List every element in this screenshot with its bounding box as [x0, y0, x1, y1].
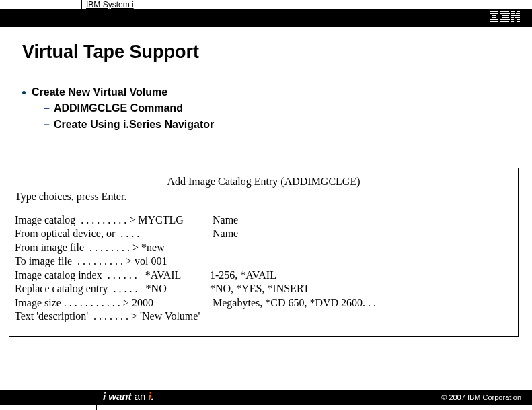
screen-row: From image file . . . . . . . . > *new: [15, 241, 512, 254]
footer-tick: [96, 405, 97, 410]
svg-rect-13: [517, 11, 520, 12]
tag-a: i want: [103, 390, 132, 402]
row-hint: Name: [210, 227, 238, 240]
svg-rect-10: [500, 19, 510, 20]
bullet-sub-2: –Create Using i.Series Navigator: [44, 118, 532, 131]
screen-rows: Image catalog . . . . . . . . . > MYCTLG…: [15, 213, 512, 324]
dash-icon: –: [44, 118, 50, 130]
row-label: To image file . . . . . . . . . > vol 00…: [15, 254, 210, 268]
svg-rect-7: [500, 13, 510, 14]
row-label: Image size . . . . . . . . . . . > 2000: [15, 296, 210, 310]
svg-rect-15: [516, 13, 520, 14]
screen-row: Text 'description' . . . . . . . > 'New …: [15, 310, 512, 323]
row-label: Replace catalog entry . . . . . *NO: [15, 282, 210, 296]
svg-rect-9: [502, 17, 509, 18]
row-hint: *NO, *YES, *INSERT: [210, 282, 309, 296]
tag-b: an: [135, 390, 146, 402]
svg-rect-16: [511, 15, 520, 16]
svg-rect-20: [511, 19, 514, 20]
svg-rect-22: [511, 21, 514, 22]
svg-rect-19: [517, 17, 520, 18]
row-hint: Name: [210, 213, 238, 227]
row-label: From optical device, or . . . .: [15, 227, 210, 240]
row-hint: Megabytes, *CD 650, *DVD 2600. . .: [210, 296, 376, 310]
header-tick: [81, 0, 82, 9]
command-screen: Add Image Catalog Entry (ADDIMGCLGE) Typ…: [9, 168, 519, 337]
row-label: Text 'description' . . . . . . . > 'New …: [15, 310, 210, 323]
svg-rect-23: [517, 21, 520, 22]
row-label: Image catalog . . . . . . . . . > MYCTLG: [15, 213, 210, 227]
screen-row: To image file . . . . . . . . . > vol 00…: [15, 254, 512, 268]
bullet-sub-2-text: Create Using i.Series Navigator: [54, 118, 214, 130]
bullet-sub-1-text: ADDIMGCLGE Command: [54, 102, 183, 114]
svg-rect-4: [490, 19, 498, 20]
svg-rect-3: [492, 17, 496, 18]
header-bar: IBM System i: [0, 0, 532, 27]
svg-rect-14: [511, 13, 515, 14]
row-label: Image catalog index . . . . . . *AVAIL: [15, 269, 210, 282]
tag-d: .: [151, 390, 154, 402]
svg-rect-18: [515, 17, 517, 18]
row-hint: 1-256, *AVAIL: [210, 269, 276, 282]
footer-bar: i want an i. © 2007 IBM Corporation: [0, 390, 532, 410]
row-label: From image file . . . . . . . . > *new: [15, 241, 210, 254]
svg-rect-0: [490, 11, 498, 12]
svg-rect-17: [511, 17, 514, 18]
svg-rect-11: [500, 21, 509, 22]
svg-rect-12: [511, 11, 515, 12]
screen-prompt: Type choices, press Enter.: [15, 190, 512, 203]
svg-rect-5: [490, 21, 498, 22]
tagline: i want an i.: [103, 390, 154, 402]
copyright: © 2007 IBM Corporation: [441, 393, 521, 401]
screen-row: Replace catalog entry . . . . . *NO*NO, …: [15, 282, 512, 296]
svg-rect-8: [502, 15, 509, 16]
screen-row: Image catalog index . . . . . . *AVAIL1-…: [15, 269, 512, 282]
bullet-main: Create New Virtual Volume: [22, 86, 532, 98]
svg-rect-2: [492, 15, 496, 16]
ibm-logo-icon: [490, 11, 520, 23]
svg-rect-6: [500, 11, 509, 12]
bullet-block: Create New Virtual Volume –ADDIMGCLGE Co…: [22, 86, 532, 131]
screen-row: From optical device, or . . . . Name: [15, 227, 512, 240]
svg-rect-21: [517, 19, 520, 20]
dash-icon: –: [44, 102, 50, 114]
svg-rect-1: [490, 13, 498, 14]
slide-title: Virtual Tape Support: [22, 42, 532, 63]
screen-row: Image catalog . . . . . . . . . > MYCTLG…: [15, 213, 512, 227]
screen-row: Image size . . . . . . . . . . . > 2000 …: [15, 296, 512, 310]
bullet-sub-1: –ADDIMGCLGE Command: [44, 102, 532, 114]
product-label: IBM System i: [86, 0, 134, 9]
screen-title: Add Image Catalog Entry (ADDIMGCLGE): [15, 175, 512, 189]
